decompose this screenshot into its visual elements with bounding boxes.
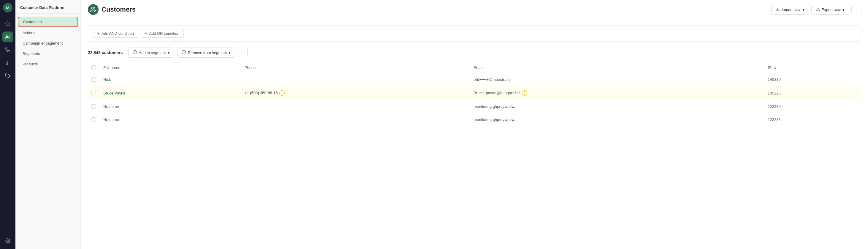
add-to-segment-button[interactable]: Add to segment ▾: [128, 48, 174, 58]
customer-name-link[interactable]: No name: [103, 104, 119, 109]
add-to-segment-label: Add to segment: [139, 51, 166, 55]
phone-warning-icon: !: [279, 90, 285, 96]
add-and-condition-button[interactable]: + Add AND condition: [93, 29, 138, 38]
import-icon: [776, 7, 780, 12]
customer-id: 145319: [768, 77, 780, 82]
puzzle-icon[interactable]: [2, 71, 13, 81]
import-chevron-icon: ▾: [802, 7, 804, 12]
row-checkbox[interactable]: [91, 77, 96, 82]
customer-email: Bruce_payne@bungarz.biz!: [470, 86, 764, 100]
sidebar-nav: Customers Actions Campaign engagement Se…: [16, 14, 81, 72]
megaphone-icon[interactable]: [2, 45, 13, 55]
customers-table: Full name Phone Email ID ⇅ Nick—phil++++…: [88, 62, 861, 126]
row-checkbox[interactable]: [91, 104, 96, 109]
table-row: No name—monitoring.ghprqvwudw...123289: [88, 100, 861, 113]
sidebar-item-actions[interactable]: Actions: [18, 28, 78, 37]
svg-point-2: [6, 35, 8, 36]
customer-email: monitoring.ghprqvwudw...: [470, 113, 764, 126]
svg-point-7: [7, 240, 9, 242]
icon-bar: M: [0, 0, 16, 249]
table-row: Bruce Payne+1 (508) 360-88-16!Bruce_payn…: [88, 86, 861, 100]
customer-phone: —: [241, 100, 470, 113]
col-header-email: Email: [470, 62, 764, 73]
toolbar-more-button[interactable]: ···: [238, 48, 248, 57]
remove-from-segment-chevron-icon: ▾: [228, 51, 231, 55]
page-title: Customers: [101, 6, 136, 13]
export-chevron-icon: ▾: [842, 7, 844, 12]
chart-icon[interactable]: [2, 58, 13, 68]
customer-id: 145226: [768, 91, 780, 95]
page-content: + Add AND condition + Add OR condition 2…: [81, 19, 868, 249]
add-and-icon: +: [97, 31, 100, 36]
customer-name-link[interactable]: No name: [103, 117, 119, 122]
customer-phone: —: [241, 113, 470, 126]
row-checkbox[interactable]: [91, 91, 96, 95]
customer-id: 123289: [768, 104, 780, 109]
user-avatar[interactable]: M: [3, 3, 12, 12]
search-icon[interactable]: [2, 19, 13, 29]
svg-point-0: [6, 22, 9, 25]
toolbar-more-icon: ···: [241, 50, 245, 56]
gear-icon[interactable]: [2, 235, 13, 246]
id-label: ID: [768, 65, 772, 70]
customer-id: 123288: [768, 117, 780, 122]
table-row: No name—monitoring.ghprqvwudw...123288: [88, 113, 861, 126]
main-area: Customers Import .csv ▾ Export .csv ▾ ⋮: [81, 0, 868, 249]
import-label: Import .csv: [782, 7, 801, 12]
table-header-checkbox: [88, 62, 100, 73]
row-checkbox[interactable]: [91, 117, 96, 122]
customer-count: 22,848 customers: [88, 50, 123, 55]
toolbar-row: 22,848 customers Add to segment ▾ Remove…: [88, 48, 861, 58]
more-vert-icon: ⋮: [854, 7, 859, 12]
add-or-condition-button[interactable]: + Add OR condition: [141, 29, 184, 38]
export-label: Export .csv: [822, 7, 841, 12]
customer-email: phil++++@maestra.io: [470, 73, 764, 86]
page-header: Customers Import .csv ▾ Export .csv ▾ ⋮: [81, 0, 868, 19]
id-sort-icon: ⇅: [774, 66, 777, 70]
sidebar-item-customers[interactable]: Customers: [18, 17, 78, 27]
customer-name-link[interactable]: Nick: [103, 77, 111, 82]
filter-bar: + Add AND condition + Add OR condition: [88, 25, 861, 42]
customer-email: monitoring.ghprqvwudw...: [470, 100, 764, 113]
sidebar-item-campaign-engagement[interactable]: Campaign engagement: [18, 38, 78, 48]
remove-from-segment-icon: [182, 50, 186, 55]
customer-phone: +1 (508) 360-88-16!: [241, 86, 470, 100]
sidebar-item-products[interactable]: Products: [18, 59, 78, 68]
add-or-label: Add OR condition: [149, 31, 179, 36]
export-icon: [816, 7, 820, 12]
add-to-segment-icon: [133, 50, 137, 55]
col-header-id[interactable]: ID ⇅: [764, 62, 861, 73]
col-header-name: Full name: [100, 62, 241, 73]
import-csv-button[interactable]: Import .csv ▾: [771, 5, 809, 15]
svg-line-1: [9, 25, 9, 26]
sidebar-item-segments[interactable]: Segments: [18, 49, 78, 58]
header-actions: Import .csv ▾ Export .csv ▾ ⋮: [771, 5, 861, 15]
header-customers-icon: [88, 4, 98, 15]
remove-from-segment-button[interactable]: Remove from segment ▾: [177, 48, 236, 58]
add-or-icon: +: [145, 31, 148, 36]
export-csv-button[interactable]: Export .csv ▾: [811, 5, 849, 15]
customer-phone: —: [241, 73, 470, 86]
svg-point-8: [91, 7, 94, 9]
header-left: Customers: [88, 4, 136, 15]
col-header-phone: Phone: [241, 62, 470, 73]
sidebar-header: Customer Data Platform: [16, 0, 81, 14]
sidebar: Customer Data Platform Customers Actions…: [16, 0, 81, 249]
email-warning-icon: !: [522, 90, 527, 96]
customers-icon[interactable]: [2, 31, 13, 42]
more-options-button[interactable]: ⋮: [851, 5, 861, 14]
customer-name-link[interactable]: Bruce Payne: [103, 91, 125, 95]
add-and-label: Add AND condition: [101, 31, 134, 36]
select-all-checkbox[interactable]: [91, 65, 96, 70]
add-to-segment-chevron-icon: ▾: [168, 51, 170, 55]
remove-from-segment-label: Remove from segment: [188, 51, 227, 55]
table-row: Nick—phil++++@maestra.io145319: [88, 73, 861, 86]
